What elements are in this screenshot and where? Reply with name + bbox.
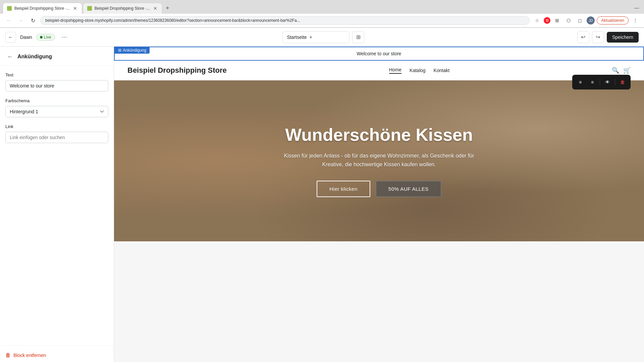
live-badge: Live <box>36 34 55 41</box>
hero-section: Wunderschöne Kissen Kissen für jeden Anl… <box>114 80 644 241</box>
align-center-button[interactable]: ≡ <box>587 77 598 87</box>
toolbar-divider <box>600 79 600 85</box>
hero-content: Wunderschöne Kissen Kissen für jeden Anl… <box>278 125 480 197</box>
url-bar[interactable] <box>40 16 530 25</box>
browser-actions: ☆ O ⊞ ⬡ ◻ JD Aktualisieren ⋮ <box>532 16 640 25</box>
reload-button[interactable]: ↻ <box>28 16 38 25</box>
announcement-text[interactable]: Welcome to our store <box>357 51 401 56</box>
editor-topbar: ← Dawn Live ··· Startseite ▾ ⊞ ↩ ↪ Speic… <box>0 28 644 47</box>
tab-bar: Beispiel Dropshipping Store ·... ✕ Beisp… <box>0 0 644 14</box>
delete-block-button[interactable]: 🗑 <box>617 77 628 87</box>
opera-icon: O <box>544 17 550 24</box>
link-label: Link <box>5 124 108 129</box>
farbschema-label: Farbschema <box>5 98 108 103</box>
device-preview-button[interactable]: ⊞ <box>352 31 364 43</box>
address-bar: ← → ↻ ☆ O ⊞ ⬡ ◻ JD Aktualisieren ⋮ <box>0 14 644 27</box>
toolbar-divider-2 <box>615 79 615 85</box>
hero-subtitle: Kissen für jeden Anlass - ob für das eig… <box>278 152 480 169</box>
extensions-icon[interactable]: ⊞ <box>552 16 562 25</box>
wallet-icon[interactable]: ◻ <box>575 16 585 25</box>
announcement-label-text: Ankündigung <box>123 48 146 53</box>
minimize-icon[interactable]: — <box>632 3 641 12</box>
editor-main: ← Ankündigung Text Farbschema Hintergrun… <box>0 47 644 362</box>
profile-avatar: JD <box>587 16 595 24</box>
sidebar-content: Text Farbschema Hintergrund 1 Link <box>0 66 114 345</box>
update-button[interactable]: Aktualisieren <box>597 16 629 24</box>
farbschema-select[interactable]: Hintergrund 1 <box>5 106 108 117</box>
remove-block-button[interactable]: 🗑 Block entfernen <box>5 351 46 360</box>
sidebar-header: ← Ankündigung <box>0 47 114 66</box>
hero-buttons: Hier klicken 50% AUF ALLES <box>278 181 480 197</box>
search-button[interactable]: 🔍 <box>612 67 619 74</box>
theme-name: Dawn <box>20 35 32 40</box>
page-selector[interactable]: Startseite ▾ <box>282 31 350 43</box>
forward-button[interactable]: → <box>16 16 25 25</box>
undo-button[interactable]: ↩ <box>577 31 589 43</box>
tab-favicon-2 <box>87 6 92 11</box>
tab-favicon-1 <box>7 6 12 11</box>
topbar-right: ↩ ↪ Speichern <box>577 31 639 43</box>
redo-button[interactable]: ↪ <box>592 31 604 43</box>
link-input-wrap <box>5 132 108 143</box>
browser-chrome: Beispiel Dropshipping Store ·... ✕ Beisp… <box>0 0 644 28</box>
trash-icon: 🗑 <box>5 352 11 358</box>
announcement-label: ⊞ Ankündigung <box>115 47 150 54</box>
store-menu-item-katalog[interactable]: Katalog <box>410 68 425 73</box>
live-label: Live <box>44 35 51 40</box>
cart-button[interactable]: 🛒 <box>623 67 631 74</box>
hero-subtitle-text: Kissen für jeden Anlass - ob für das eig… <box>284 153 474 167</box>
align-left-button[interactable]: ≡ <box>575 77 586 87</box>
store-nav: Beispiel Dropshipping Store ≡ ≡ 👁 🗑 Home… <box>114 61 644 80</box>
tab-2[interactable]: Beispiel Dropshipping Store ·... ✕ <box>83 3 162 14</box>
link-input[interactable] <box>5 132 108 143</box>
editor-back-button[interactable]: ← <box>5 32 16 43</box>
preview-area: ⊞ Ankündigung Welcome to our store Beisp… <box>114 47 644 362</box>
store-menu: Home Katalog Kontakt <box>389 67 449 74</box>
menu-icon[interactable]: ⋮ <box>631 16 640 25</box>
tab-1[interactable]: Beispiel Dropshipping Store ·... ✕ <box>3 3 82 14</box>
sidebar-footer: 🗑 Block entfernen <box>0 345 114 362</box>
text-input[interactable] <box>5 80 108 92</box>
chevron-down-icon: ▾ <box>310 35 312 40</box>
save-button[interactable]: Speichern <box>607 32 639 43</box>
bookmark-icon[interactable]: ☆ <box>532 16 542 25</box>
tab-1-label: Beispiel Dropshipping Store ·... <box>14 6 70 11</box>
announcement-label-icon: ⊞ <box>118 48 121 53</box>
text-field-label: Text <box>5 72 108 77</box>
tab-2-close[interactable]: ✕ <box>153 6 158 11</box>
more-options-button[interactable]: ··· <box>59 32 70 43</box>
hero-primary-button[interactable]: Hier klicken <box>317 181 370 197</box>
hero-title: Wunderschöne Kissen <box>278 125 480 145</box>
back-button[interactable]: ← <box>4 16 13 25</box>
sidebar-title: Ankündigung <box>17 54 52 60</box>
screenshot-icon[interactable]: ⬡ <box>564 16 573 25</box>
eye-slash-button[interactable]: 👁 <box>602 77 613 87</box>
sidebar-back-button[interactable]: ← <box>5 52 15 61</box>
remove-block-label: Block entfernen <box>13 353 46 358</box>
store-menu-item-home[interactable]: Home <box>389 67 401 74</box>
hero-secondary-button[interactable]: 50% AUF ALLES <box>376 181 441 197</box>
tab-1-close[interactable]: ✕ <box>72 6 78 11</box>
live-dot-icon <box>40 36 43 39</box>
store-menu-item-kontakt[interactable]: Kontakt <box>434 68 449 73</box>
topbar-center: Startseite ▾ ⊞ <box>74 31 573 43</box>
page-selector-value: Startseite <box>287 35 307 40</box>
sidebar: ← Ankündigung Text Farbschema Hintergrun… <box>0 47 114 362</box>
store-nav-actions: 🔍 🛒 <box>612 67 631 74</box>
tab-2-label: Beispiel Dropshipping Store ·... <box>95 6 150 11</box>
new-tab-button[interactable]: + <box>163 4 172 13</box>
store-logo: Beispiel Dropshipping Store <box>127 66 227 75</box>
floating-toolbar: ≡ ≡ 👁 🗑 <box>572 75 631 89</box>
announcement-bar: ⊞ Ankündigung Welcome to our store <box>114 47 644 61</box>
